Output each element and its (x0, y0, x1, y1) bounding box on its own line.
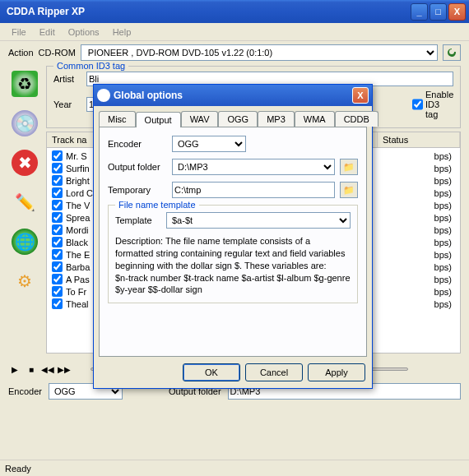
action-label: Action (8, 48, 34, 58)
dlg-temp-label: Temporary (108, 185, 167, 195)
dialog-titlebar[interactable]: ⚙ Global options X (94, 85, 372, 106)
tab-mp3[interactable]: MP3 (258, 111, 295, 127)
refresh-icon (446, 47, 457, 58)
enable-id3-label: Enable ID3 tag (425, 90, 453, 119)
tab-wma[interactable]: WMA (295, 111, 335, 127)
track-checkbox[interactable] (52, 224, 63, 235)
minimize-button[interactable]: _ (411, 3, 428, 21)
track-checkbox[interactable] (52, 274, 63, 284)
track-bitrate: bps) (434, 164, 457, 173)
template-fieldset: File name template Template $a-$t Descri… (108, 205, 358, 303)
encoder-label-bottom: Encoder (8, 386, 42, 396)
track-checkbox[interactable] (52, 163, 63, 173)
track-checkbox[interactable] (52, 286, 63, 297)
track-checkbox[interactable] (52, 237, 63, 247)
track-bitrate: bps) (434, 151, 457, 161)
menu-options[interactable]: Options (62, 25, 106, 39)
id3-legend: Common ID3 tag (53, 61, 128, 71)
close-button[interactable]: X (448, 3, 466, 21)
template-select[interactable]: $a-$t (166, 212, 351, 229)
maximize-button[interactable]: □ (430, 3, 447, 21)
template-legend: File name template (115, 200, 199, 210)
track-bitrate: bps) (434, 188, 457, 198)
tab-panel-output: Encoder OGG Output folder D:\MP3 📁 Tempo… (99, 127, 367, 357)
track-checkbox[interactable] (52, 175, 63, 186)
template-label: Template (115, 215, 161, 225)
refresh-button[interactable] (443, 44, 461, 61)
dialog-close-button[interactable]: X (352, 87, 369, 104)
menu-help[interactable]: Help (106, 25, 138, 39)
next-button[interactable]: ▶▶ (58, 363, 71, 375)
track-checkbox[interactable] (52, 249, 63, 260)
dialog-buttons: OK Cancel Apply (94, 357, 372, 388)
tab-ogg[interactable]: OGG (218, 111, 258, 127)
menu-file[interactable]: File (5, 25, 33, 39)
track-bitrate: bps) (434, 225, 457, 235)
track-checkbox[interactable] (52, 187, 63, 198)
tab-misc[interactable]: Misc (99, 111, 136, 127)
track-bitrate: bps) (434, 250, 457, 260)
enable-id3-checkbox[interactable] (412, 97, 423, 112)
dlg-encoder-label: Encoder (108, 139, 167, 149)
template-description: Description: The file name template cons… (115, 235, 351, 296)
dialog-icon: ⚙ (97, 89, 110, 102)
menu-edit[interactable]: Edit (33, 25, 62, 39)
track-bitrate: bps) (434, 213, 457, 223)
browse-output-button[interactable]: 📁 (340, 159, 358, 175)
track-bitrate: bps) (434, 238, 457, 247)
track-bitrate: bps) (434, 275, 457, 284)
window-title: CDDA Ripper XP (3, 6, 409, 17)
tab-wav[interactable]: WAV (181, 111, 219, 127)
ok-button[interactable]: OK (183, 363, 240, 381)
menu-bar: File Edit Options Help (0, 23, 469, 41)
tab-output[interactable]: Output (136, 112, 181, 127)
status-text: Ready (5, 464, 31, 474)
track-checkbox[interactable] (52, 212, 63, 223)
artist-label: Artist (53, 74, 81, 84)
track-checkbox[interactable] (52, 200, 63, 210)
tab-cddb[interactable]: CDDB (335, 111, 378, 127)
stop-button[interactable]: ■ (25, 363, 38, 375)
prev-button[interactable]: ◀◀ (41, 363, 54, 375)
track-bitrate: bps) (434, 287, 457, 297)
cdrom-select[interactable]: PIONEER , DVD-ROM DVD-105 v1.22 (0:1:0) (81, 44, 438, 61)
main-titlebar: CDDA Ripper XP _ □ X (0, 0, 469, 23)
status-bar: Ready (0, 460, 469, 476)
browse-temp-button[interactable]: 📁 (340, 182, 358, 198)
track-checkbox[interactable] (52, 150, 63, 161)
apply-button[interactable]: Apply (308, 363, 365, 381)
track-checkbox[interactable] (52, 298, 63, 309)
dlg-output-select[interactable]: D:\MP3 (172, 159, 335, 175)
rip-icon[interactable]: ♻ (12, 71, 38, 97)
track-checkbox[interactable] (52, 261, 63, 272)
cdrom-label: CD-ROM (39, 48, 76, 58)
col-status[interactable]: Status (378, 132, 460, 147)
year-label: Year (53, 99, 81, 109)
settings-icon[interactable]: ⚙ (12, 268, 38, 294)
edit-icon[interactable]: ✏️ (12, 189, 38, 215)
dialog-title: Global options (114, 90, 352, 101)
cancel-button[interactable]: Cancel (245, 363, 303, 381)
dlg-output-label: Output folder (108, 162, 167, 172)
track-bitrate: bps) (434, 262, 457, 272)
dlg-encoder-select[interactable]: OGG (172, 136, 246, 152)
global-options-dialog: ⚙ Global options X MiscOutputWAVOGGMP3WM… (93, 84, 373, 389)
folder-icon: 📁 (343, 185, 355, 196)
folder-icon: 📁 (343, 162, 355, 173)
disc-icon[interactable]: 💿 (12, 110, 38, 136)
track-bitrate: bps) (434, 176, 457, 186)
tab-strip: MiscOutputWAVOGGMP3WMACDDB (94, 106, 372, 127)
play-button[interactable]: ▶ (8, 363, 21, 375)
globe-icon[interactable]: 🌐 (12, 229, 38, 255)
dlg-temp-input[interactable] (172, 182, 335, 198)
sidebar: ♻ 💿 ✖ ✏️ 🌐 ⚙ (8, 66, 41, 354)
track-bitrate: bps) (434, 201, 457, 210)
stop-icon[interactable]: ✖ (12, 150, 38, 176)
track-bitrate: bps) (434, 299, 457, 309)
